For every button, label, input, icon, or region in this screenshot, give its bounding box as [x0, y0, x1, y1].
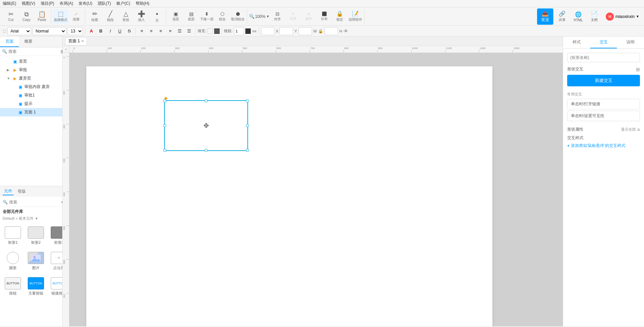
user-area[interactable]: M miaoxinxin ▼ — [603, 11, 642, 22]
distribute-button[interactable]: ⬛ 分布 — [317, 9, 332, 24]
html-button[interactable]: 🌐 HTML — [571, 10, 585, 23]
font-family-select[interactable]: Arial — [7, 27, 31, 35]
publish-button[interactable]: 📤 发送 — [537, 8, 553, 25]
h-input[interactable]: 170 — [325, 27, 338, 35]
comp-item-rect3[interactable]: 矩形3 — [49, 224, 62, 247]
tab-notes[interactable]: 说明 — [617, 37, 644, 48]
zoom-button[interactable]: 🔍 100% ▼ — [249, 9, 269, 24]
text-color-button[interactable]: A — [87, 27, 95, 35]
visibility-icon[interactable]: 👁 — [343, 28, 348, 34]
comp-search-input[interactable] — [9, 200, 60, 204]
shape-interaction-settings-icon[interactable]: ⊞ — [636, 67, 640, 72]
font-size-select[interactable]: 13 — [68, 27, 83, 35]
tab-components[interactable]: 元件 — [3, 188, 14, 195]
props-menu-icon[interactable]: ≡ — [637, 127, 640, 132]
fill-color-box[interactable] — [214, 28, 220, 34]
center-h-button[interactable]: ≡ 居中 — [301, 9, 316, 24]
handle-br[interactable] — [246, 149, 249, 152]
top-layer-button[interactable]: ▣ 顶层 — [168, 9, 183, 24]
lock-button[interactable]: 🔒 锁定 — [332, 9, 347, 24]
handle-tl[interactable] — [163, 100, 166, 102]
connection-button[interactable]: ⟋ 连接 — [69, 9, 84, 24]
comp-item-main-button[interactable]: BUTTON 主要按钮 — [26, 275, 46, 298]
menu-account[interactable]: 账户(C) — [116, 1, 130, 6]
align-center-button[interactable]: ≡ — [147, 27, 155, 35]
doc-button[interactable]: 📄 文档 — [588, 9, 600, 24]
point-button[interactable]: • 点 — [150, 9, 164, 24]
share-button[interactable]: 🔗 共享 — [556, 9, 568, 24]
comp-item-button[interactable]: BUTTON 按钮 — [3, 275, 23, 298]
align-left-button[interactable]: ≡ — [138, 27, 146, 35]
tree-item-approval1[interactable]: ▣ 审批1 — [0, 91, 62, 100]
canvas-tab-close-icon[interactable]: ✕ — [81, 39, 84, 43]
paste-button[interactable]: 📋 Paste — [35, 9, 49, 24]
align-justify-button[interactable]: ≡ — [166, 27, 174, 35]
tab-style[interactable]: 样式 — [563, 37, 590, 48]
interaction-click-link[interactable]: 单击时/打开链接 — [567, 99, 640, 109]
tree-item-home[interactable]: ▣ 首页 — [0, 57, 62, 66]
draw-button[interactable]: ✏ 绘图 — [87, 9, 102, 24]
select-mode-button[interactable]: ⬚ 选择模式 — [53, 9, 68, 24]
handle-tc[interactable] — [205, 100, 207, 102]
combine-button[interactable]: ⬡ 组合 — [215, 9, 230, 24]
page-search-input[interactable] — [8, 49, 59, 54]
menu-layout[interactable]: 布局(A) — [60, 1, 73, 6]
handle-mr[interactable] — [246, 124, 249, 127]
canvas-tab-page1[interactable]: 页面 1 ✕ — [65, 37, 87, 45]
tree-item-hint[interactable]: ▣ 提示 — [0, 100, 62, 108]
tree-item-approval[interactable]: ▶ ▶ 审批 — [0, 66, 62, 74]
menu-team[interactable]: 团队(T) — [98, 1, 111, 6]
underline-button[interactable]: U — [116, 27, 124, 35]
new-interaction-button[interactable]: 新建交互 — [567, 75, 640, 86]
comp-item-link-button[interactable]: BUTTON 链接按钮 — [49, 275, 62, 298]
x-input[interactable]: 167 — [261, 27, 274, 35]
cut-button[interactable]: ✂ Cut — [3, 9, 18, 24]
tab-pages[interactable]: 页面 — [0, 37, 19, 47]
comp-item-rect1[interactable]: 矩形1 — [3, 224, 23, 247]
remove-button[interactable]: ✕ 左对 — [286, 9, 301, 24]
style-select[interactable]: Normal — [32, 27, 66, 35]
italic-button[interactable]: I — [106, 27, 114, 35]
canvas-scroll-area[interactable]: ◆ ✥ — [69, 53, 563, 326]
tab-interaction[interactable]: 交互 — [590, 37, 617, 48]
align-right-button[interactable]: ≡ — [157, 27, 165, 35]
menu-publish[interactable]: 发布(U) — [79, 1, 92, 6]
handle-tr[interactable] — [246, 100, 249, 102]
tab-masters[interactable]: 母版 — [16, 188, 27, 195]
shape-name-input[interactable] — [567, 53, 640, 62]
tree-item-page1[interactable]: ▣ 页面 1 — [0, 108, 62, 116]
menu-help[interactable]: 帮助(H) — [136, 1, 150, 6]
split-button[interactable]: ⬢ 取消组合 — [230, 9, 245, 24]
tab-outline[interactable]: 概要 — [19, 37, 38, 47]
handle-bc[interactable] — [205, 149, 207, 152]
menu-view[interactable]: 视图(V) — [22, 1, 35, 6]
bold-button[interactable]: B — [97, 27, 105, 35]
comp-item-circle[interactable]: 圆形 — [3, 250, 23, 272]
tree-item-discard[interactable]: ▼ ▶ 废弃页 — [0, 74, 62, 83]
comp-add-icon[interactable]: ➕ — [61, 199, 62, 205]
menu-edit[interactable]: 编辑(E) — [3, 1, 16, 6]
interaction-click-visible[interactable]: 单击时/设置可见性 — [567, 111, 640, 121]
handle-bl[interactable] — [163, 149, 166, 152]
list-button[interactable]: ☰ — [176, 27, 184, 35]
show-all-label[interactable]: 显示全部 — [621, 127, 636, 132]
tree-item-approval-content[interactable]: ▣ 审批内容 废弃 — [0, 83, 62, 91]
stroke-style-button[interactable]: ≡≡ — [252, 29, 257, 33]
insert-button[interactable]: ➕ 插入 — [134, 9, 149, 24]
y-input[interactable]: 130 — [280, 27, 293, 35]
lock-ratio-icon[interactable]: 🔒 — [318, 29, 323, 34]
align-button[interactable]: ⊟ 对齐 — [270, 9, 285, 24]
comp-item-placeholder[interactable]: ✉ 占位符 — [49, 250, 62, 272]
copy-button[interactable]: ⧉ Copy — [19, 9, 34, 24]
w-input[interactable]: 300 — [298, 27, 312, 35]
bottom-layer-button[interactable]: ▤ 底层 — [184, 9, 199, 24]
add-hover-style-button[interactable]: + 添加类似'鼠标悬停'的交互样式 — [567, 143, 640, 149]
stroke-width-input[interactable] — [234, 27, 244, 35]
strikethrough-button[interactable]: S — [125, 27, 133, 35]
annotation-button[interactable]: 📝 说明组件 — [348, 9, 363, 24]
comp-item-rect2[interactable]: 矩形2 — [26, 224, 46, 247]
handle-ml[interactable] — [163, 124, 166, 127]
line-button[interactable]: ╱ 线段 — [103, 9, 118, 24]
menu-project[interactable]: 项目(P) — [41, 1, 54, 6]
fill-empty-box[interactable] — [207, 28, 213, 34]
